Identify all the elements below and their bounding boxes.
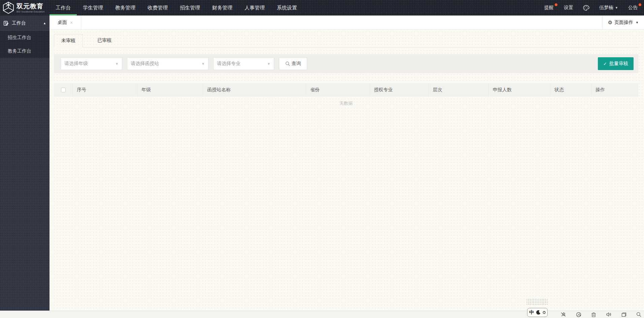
topnav-item-students[interactable]: 学生管理 [77,0,109,15]
brand-subtitle: BSI Vocational Education [17,10,44,13]
sidebar-parent-label: 工作台 [12,20,26,26]
pin-off-icon[interactable] [560,312,566,317]
filter-bar: 请选择年级 ▼ 请选择函授站 ▼ 请选择专业 ▼ 查询 ✓ 批量审核 [54,54,638,73]
col-header-major: 授权专业 [370,83,429,97]
moon-icon [536,310,541,315]
search-icon [285,61,290,66]
sidebar-item-academic-workbench[interactable]: 教务工作台 [0,44,50,58]
check-icon: ✓ [603,61,607,66]
collapse-arrow-icon: ▲ [43,22,46,25]
theme-palette-button[interactable] [578,0,594,15]
col-header-province: 省份 [306,83,370,97]
announcement-button[interactable]: 公告 [623,0,643,15]
sidebar-item-enrollment-workbench[interactable]: 招生工作台 [0,31,50,44]
brand-logo: 双元教育 BSI Vocational Education [0,0,50,15]
col-header-grade: 年级 [137,83,203,97]
topnav-item-enrollment[interactable]: 招生管理 [174,0,206,15]
major-select[interactable]: 请选择专业 ▼ [213,57,274,70]
col-header-station: 函授站名称 [203,83,306,97]
batch-review-button[interactable]: ✓ 批量审核 [598,57,634,70]
chevron-down-icon: ▼ [112,62,119,66]
performance-gauge-icon[interactable] [576,312,581,317]
col-header-level: 层次 [429,83,489,97]
brand-name: 双元教育 [17,3,44,9]
tab-reviewed[interactable]: 已审核 [90,34,119,47]
workbench-icon [3,21,9,26]
tab-desktop[interactable]: 桌面 × [50,15,81,29]
page-tab-bar: 桌面 × ⚙ 页面操作 ▼ [50,15,644,30]
user-menu[interactable]: 伍梦楠 ▼ [594,0,623,15]
chevron-down-icon: ▼ [199,62,205,66]
query-button[interactable]: 查询 [279,57,307,70]
gear-icon: ⚙ [608,20,612,26]
tab-unreviewed[interactable]: 未审核 [54,34,83,47]
chevron-down-icon: ▼ [636,21,639,24]
col-header-index: 序号 [73,83,137,97]
content-panel: 未审核 已审核 请选择年级 ▼ 请选择函授站 ▼ 请选择专业 ▼ 查询 [50,30,644,106]
topnav-item-hr[interactable]: 人事管理 [238,0,271,15]
topnav-item-fees[interactable]: 收费管理 [141,0,174,15]
col-header-count: 申报人数 [489,83,550,97]
page-actions-dropdown[interactable]: ⚙ 页面操作 ▼ [602,15,644,29]
search-icon[interactable] [636,312,641,317]
mode-dot-icon [543,311,546,314]
topnav-item-academic[interactable]: 教务管理 [109,0,141,15]
grade-select[interactable]: 请选择年级 ▼ [61,57,122,70]
main-area: 桌面 × ⚙ 页面操作 ▼ 未审核 已审核 请选择年级 ▼ 请选择函授站 ▼ 请… [50,15,644,311]
station-select[interactable]: 请选择函授站 ▼ [127,57,208,70]
system-tray [560,312,644,317]
col-header-status: 状态 [550,83,591,97]
topbar-right: 提醒 设置 伍梦楠 ▼ 公告 [539,0,644,15]
ime-candidate-placeholder [526,298,548,305]
announcement-badge-dot [639,3,641,6]
brand-logo-icon [2,1,14,14]
notice-button[interactable]: 提醒 [539,0,559,15]
notice-badge-dot [555,3,557,6]
user-name: 伍梦楠 [599,5,613,11]
palette-icon [583,5,589,11]
settings-button[interactable]: 设置 [559,0,578,15]
topnav-item-workbench[interactable]: 工作台 [50,0,77,15]
close-icon[interactable]: × [70,20,73,25]
topnav-item-finance[interactable]: 财务管理 [206,0,238,15]
top-bar: 双元教育 BSI Vocational Education 工作台 学生管理 教… [0,0,644,15]
chevron-down-icon: ▼ [615,6,618,9]
sidebar-item-workbench[interactable]: 工作台 ▲ [0,15,50,31]
volume-icon[interactable] [606,312,612,317]
empty-state-text: 无数据 [54,97,638,106]
ime-indicator[interactable]: 中 [527,308,548,317]
chevron-down-icon: ▼ [264,62,270,66]
review-tabs: 未审核 已审核 [54,34,638,47]
col-header-actions: 操作 [591,83,638,97]
window-layers-icon[interactable] [621,312,626,317]
topnav-item-system[interactable]: 系统设置 [271,0,303,15]
table-header: 序号 年级 函授站名称 省份 授权专业 层次 申报人数 状态 操作 [54,83,638,97]
top-nav: 工作台 学生管理 教务管理 收费管理 招生管理 财务管理 人事管理 系统设置 [50,0,303,15]
trash-icon[interactable] [591,312,596,317]
ime-language-label: 中 [529,310,534,316]
sidebar-children: 招生工作台 教务工作台 [0,31,50,58]
select-all-cell [54,83,73,97]
select-all-checkbox[interactable] [61,88,66,92]
sidebar: 工作台 ▲ 招生工作台 教务工作台 [0,15,50,311]
